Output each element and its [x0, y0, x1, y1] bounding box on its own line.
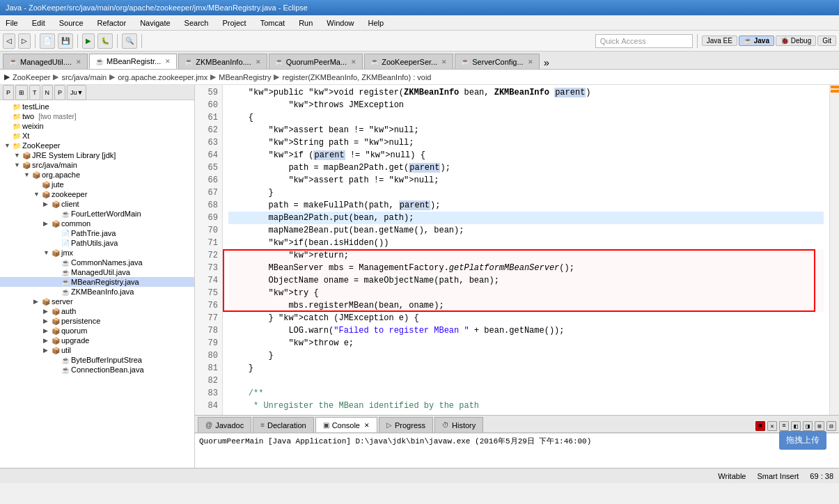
- tree-item[interactable]: ▼📦src/java/main: [0, 160, 194, 170]
- left-toolbar-btn3[interactable]: T: [29, 85, 40, 100]
- tree-item[interactable]: 📁weixin: [0, 121, 194, 131]
- tree-item[interactable]: ☕ZKMBeanInfo.java: [0, 287, 194, 297]
- bottom-tab-javadoc[interactable]: @ Javadoc: [198, 417, 251, 432]
- tree-item[interactable]: ▼📦org.apache: [0, 170, 194, 180]
- console-btn-4[interactable]: ⊟: [826, 421, 836, 431]
- toolbar-search[interactable]: 🔍: [122, 33, 137, 49]
- menu-help[interactable]: Help: [365, 18, 386, 28]
- tree-item[interactable]: 📁two[two master]: [0, 111, 194, 121]
- tree-file-icon: ☕: [61, 288, 70, 296]
- tab-quorum-peer[interactable]: ☕ QuorumPeerMa... ✕: [269, 54, 363, 69]
- tab-close-3[interactable]: ✕: [256, 58, 261, 65]
- menu-refactor[interactable]: Refactor: [95, 18, 130, 28]
- tree-item[interactable]: ☕FourLetterWordMain: [0, 209, 194, 219]
- code-line: ObjectName oname = makeObjectName(path, …: [228, 274, 824, 287]
- tree-item[interactable]: ☕ConnectionBean.java: [0, 365, 194, 375]
- tree-item[interactable]: ☕ByteBufferInputStrea: [0, 355, 194, 365]
- toolbar-debug[interactable]: 🐛: [97, 33, 113, 49]
- left-toolbar-btn4[interactable]: N: [42, 85, 54, 100]
- tree-item[interactable]: ▶📦auth: [0, 306, 194, 316]
- menu-navigate[interactable]: Navigate: [137, 18, 173, 28]
- tree-item[interactable]: 📁testLine: [0, 102, 194, 111]
- toolbar-back[interactable]: ◁: [3, 33, 15, 49]
- console-text: QuorumPeerMain [Java Application] D:\jav…: [199, 436, 835, 446]
- tree-arrow-icon: ▼: [43, 249, 50, 256]
- tree-item[interactable]: ▼📦JRE System Library [jdk]: [0, 150, 194, 160]
- quick-access-box[interactable]: Quick Access: [595, 34, 693, 48]
- console-close[interactable]: ✕: [364, 422, 370, 429]
- toolbar-save[interactable]: 💾: [58, 33, 73, 49]
- tab-mbean-registry[interactable]: ☕ MBeanRegistr... ✕: [89, 54, 177, 69]
- toolbar-run[interactable]: ▶: [82, 33, 95, 49]
- toolbar-forward[interactable]: ▷: [18, 33, 31, 49]
- left-toolbar-btn1[interactable]: P: [3, 85, 14, 100]
- tab-managed-util[interactable]: ☕ ManagedUtil.... ✕: [3, 54, 88, 69]
- persp-git[interactable]: Git: [817, 36, 836, 46]
- menu-run[interactable]: Run: [296, 18, 315, 28]
- tree-item[interactable]: ▶📦upgrade: [0, 336, 194, 345]
- bottom-tab-progress[interactable]: ▷ Progress: [379, 417, 433, 432]
- tab-close-6[interactable]: ✕: [528, 58, 533, 65]
- code-area[interactable]: 5960616263646566676869707172737475767778…: [195, 85, 839, 415]
- tree-item[interactable]: ☕MBeanRegistry.java: [0, 277, 194, 287]
- menu-file[interactable]: File: [3, 18, 21, 28]
- breadcrumb-class[interactable]: MBeanRegistry: [219, 73, 271, 81]
- bottom-tab-declaration[interactable]: ≡ Declaration: [253, 417, 313, 432]
- tree-item[interactable]: ☕ManagedUtil.java: [0, 267, 194, 277]
- tree-item[interactable]: 📄PathTrie.java: [0, 228, 194, 238]
- console-btn-2[interactable]: ◨: [803, 421, 813, 431]
- bottom-tab-history[interactable]: ⏱ History: [434, 417, 483, 432]
- console-stop-btn[interactable]: ■: [755, 421, 765, 431]
- left-toolbar-btn5[interactable]: P: [54, 85, 65, 100]
- tab-close-1[interactable]: ✕: [76, 58, 81, 65]
- tree-item[interactable]: ☕CommonNames.java: [0, 258, 194, 267]
- line-number: 74: [199, 274, 218, 287]
- persp-java[interactable]: ☕ Java: [739, 36, 774, 46]
- toolbar-new[interactable]: 📄: [40, 33, 55, 49]
- tab-zk-mbean-info[interactable]: ☕ ZKMBeanInfo.... ✕: [178, 54, 267, 69]
- persp-debug[interactable]: 🐞 Debug: [776, 36, 816, 46]
- upload-button[interactable]: 拖拽上传: [779, 431, 826, 450]
- persp-java-ee[interactable]: Java EE: [702, 36, 737, 46]
- more-tabs-icon[interactable]: »: [544, 58, 549, 69]
- bottom-tab-console[interactable]: ▣ Console ✕: [315, 417, 377, 432]
- menu-search[interactable]: Search: [182, 18, 212, 28]
- tree-item[interactable]: ▶📦client: [0, 199, 194, 209]
- breadcrumb-src[interactable]: src/java/main: [61, 73, 107, 81]
- tab-zookeeper-server[interactable]: ☕ ZooKeeperSer... ✕: [364, 54, 453, 69]
- code-line: }: [228, 362, 824, 375]
- tree-item[interactable]: ▶📦server: [0, 297, 194, 306]
- left-toolbar-btn2[interactable]: ⊞: [15, 85, 28, 100]
- tree-item[interactable]: 📦jute: [0, 180, 194, 189]
- console-btn-1[interactable]: ◧: [791, 421, 801, 431]
- tab-server-config[interactable]: ☕ ServerConfig... ✕: [455, 54, 539, 69]
- tree-item[interactable]: ▶📦util: [0, 345, 194, 355]
- tree-item[interactable]: ▼📦jmx: [0, 248, 194, 258]
- console-btn-x[interactable]: ✕: [767, 421, 777, 431]
- tree-item[interactable]: ▶📦persistence: [0, 316, 194, 326]
- breadcrumb-pkg[interactable]: org.apache.zookeeper.jmx: [118, 73, 207, 81]
- menu-edit[interactable]: Edit: [29, 18, 48, 28]
- breadcrumb-method[interactable]: register(ZKMBeanInfo, ZKMBeanInfo) : voi…: [282, 73, 431, 81]
- tree-item[interactable]: ▼📦zookeeper: [0, 189, 194, 199]
- tab-close-5[interactable]: ✕: [441, 58, 447, 65]
- menu-tomcat[interactable]: Tomcat: [258, 18, 288, 28]
- menu-source[interactable]: Source: [56, 18, 86, 28]
- line-number: 75: [199, 287, 218, 299]
- tree-item[interactable]: 📄PathUtils.java: [0, 238, 194, 248]
- menu-window[interactable]: Window: [324, 18, 356, 28]
- tab-close-2[interactable]: ✕: [165, 58, 171, 65]
- tree-file-icon: ☕: [61, 356, 70, 364]
- code-content[interactable]: "kw">public "kw">void register(ZKMBeanIn…: [223, 85, 829, 415]
- console-btn-stack[interactable]: ≡: [779, 421, 789, 431]
- tab-close-4[interactable]: ✕: [351, 58, 356, 65]
- console-btn-3[interactable]: ⊞: [815, 421, 824, 431]
- tree-item[interactable]: ▼📁ZooKeeper: [0, 141, 194, 150]
- menu-project[interactable]: Project: [219, 18, 249, 28]
- left-toolbar-btn6[interactable]: Ju▼: [67, 85, 86, 100]
- tree-item[interactable]: ▶📦quorum: [0, 326, 194, 336]
- breadcrumb-zookeeper[interactable]: ZooKeeper: [13, 73, 50, 81]
- tree-item[interactable]: 📁Xt: [0, 131, 194, 141]
- tree-item[interactable]: ▶📦common: [0, 219, 194, 228]
- code-line: path = mapBean2Path.get(parent);: [228, 162, 824, 174]
